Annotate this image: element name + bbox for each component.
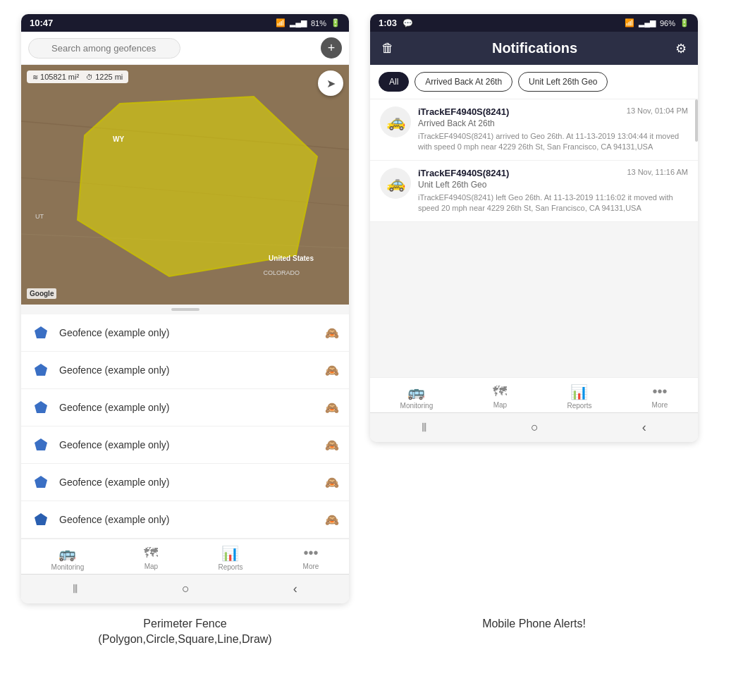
search-wrapper: 🔍	[28, 38, 315, 59]
delete-icon[interactable]: 🗑	[381, 41, 394, 56]
nav-monitoring-right[interactable]: 🚌 Monitoring	[400, 383, 434, 410]
filter-tabs: All Arrived Back At 26th Unit Left 26th …	[370, 65, 698, 99]
android-nav-left: ⦀ ○ ‹	[21, 574, 349, 603]
page-title: Notifications	[492, 40, 577, 56]
car-avatar: 🚕	[380, 106, 411, 137]
nav-more-label-right: More	[652, 401, 668, 409]
time-left: 10:47	[30, 18, 53, 28]
device-name: iTrackEF4940S(8241)	[418, 168, 509, 178]
reports-icon-right: 📊	[570, 383, 588, 400]
map-area: ≋ 105821 mi² ⏱ 1225 mi ➤ WY UT United St…	[21, 65, 349, 305]
list-item[interactable]: Geofence (example only) 🙈	[21, 352, 349, 389]
nav-reports-right[interactable]: 📊 Reports	[567, 383, 591, 410]
nav-more-right[interactable]: ••• More	[652, 383, 668, 410]
android-back-btn-right[interactable]: ‹	[642, 420, 646, 435]
notification-item[interactable]: 🚕 iTrackEF4940S(8241) 13 Nov, 11:16 AM U…	[370, 161, 698, 222]
signal-icon: ▂▄▆	[290, 18, 307, 27]
caption-left: Perimeter Fence(Polygon,Circle,Square,Li…	[21, 610, 349, 651]
notification-row1: iTrackEF4940S(8241) 13 Nov, 01:04 PM	[418, 106, 688, 117]
filter-tab-left[interactable]: Unit Left 26th Geo	[518, 72, 608, 92]
nav-reports[interactable]: 📊 Reports	[218, 545, 242, 571]
wifi-icon: 📶	[276, 18, 285, 27]
list-item[interactable]: Geofence (example only) 🙈	[21, 501, 349, 539]
battery-left: 81%	[311, 19, 326, 27]
add-geofence-button[interactable]: +	[321, 37, 342, 59]
search-input[interactable]	[28, 38, 180, 59]
filter-tab-all[interactable]: All	[379, 72, 409, 92]
svg-marker-10	[35, 513, 47, 525]
chat-icon: 💬	[403, 18, 413, 28]
nav-reports-label: Reports	[218, 563, 242, 571]
caption-right-text: Mobile Phone Alerts!	[370, 610, 698, 634]
status-bar-right: 1:03 💬 📶 ▂▄▆ 96% 🔋	[370, 14, 698, 32]
geofence-name: Geofence (example only)	[59, 364, 317, 376]
filter-tab-arrived[interactable]: Arrived Back At 26th	[415, 72, 512, 92]
map-label-us: United States	[269, 254, 314, 262]
visibility-icon[interactable]: 🙈	[325, 438, 339, 452]
nav-map-label-right: Map	[493, 401, 507, 409]
more-icon-right: •••	[652, 383, 667, 400]
car-avatar: 🚕	[380, 168, 411, 199]
google-logo: Google	[27, 288, 56, 299]
map-dist-stat: ⏱ 1225 mi	[86, 73, 123, 81]
geofence-shape-icon	[31, 435, 51, 455]
list-item[interactable]: Geofence (example only) 🙈	[21, 426, 349, 464]
geofence-name: Geofence (example only)	[59, 327, 317, 338]
monitoring-icon-right: 🚌	[407, 383, 425, 400]
notification-list-wrapper: 🚕 iTrackEF4940S(8241) 13 Nov, 01:04 PM A…	[370, 99, 698, 377]
geofence-shape-icon	[31, 360, 51, 380]
captions-row: Perimeter Fence(Polygon,Circle,Square,Li…	[0, 610, 743, 651]
monitoring-icon: 🚌	[59, 545, 76, 562]
visibility-icon[interactable]: 🙈	[325, 326, 339, 340]
list-item[interactable]: Geofence (example only) 🙈	[21, 464, 349, 501]
android-back-btn[interactable]: ‹	[293, 582, 297, 596]
list-item[interactable]: Geofence (example only) 🙈	[21, 314, 349, 352]
android-menu-btn-right[interactable]: ⦀	[422, 420, 427, 435]
nav-reports-label-right: Reports	[567, 402, 591, 410]
list-item[interactable]: Geofence (example only) 🙈	[21, 389, 349, 426]
battery-icon-right: 🔋	[680, 18, 689, 27]
android-menu-btn[interactable]: ⦀	[73, 582, 78, 596]
map-compass-button[interactable]: ➤	[318, 70, 343, 96]
geofence-name: Geofence (example only)	[59, 477, 317, 488]
svg-marker-5	[35, 326, 47, 338]
map-label-wy: WY	[113, 135, 124, 143]
nav-monitoring-label-right: Monitoring	[400, 402, 434, 410]
android-home-btn[interactable]: ○	[182, 582, 190, 596]
svg-marker-7	[35, 401, 47, 413]
svg-marker-6	[35, 364, 47, 376]
geofence-polygon	[21, 65, 349, 305]
notification-item[interactable]: 🚕 iTrackEF4940S(8241) 13 Nov, 01:04 PM A…	[370, 99, 698, 161]
notification-description: iTrackEF4940S(8241) arrived to Geo 26th.…	[418, 131, 688, 153]
time-right: 1:03	[379, 18, 397, 28]
nav-more[interactable]: ••• More	[303, 545, 319, 571]
nav-map[interactable]: 🗺 Map	[144, 545, 158, 571]
nav-map-right[interactable]: 🗺 Map	[493, 383, 507, 410]
notification-header: 🗑 Notifications ⚙	[370, 32, 698, 65]
android-home-btn-right[interactable]: ○	[531, 420, 539, 435]
visibility-icon[interactable]: 🙈	[325, 364, 339, 377]
map-label-co: COLORADO	[263, 269, 300, 276]
nav-map-label: Map	[145, 563, 158, 570]
geofence-name: Geofence (example only)	[59, 514, 317, 525]
settings-icon[interactable]: ⚙	[675, 41, 687, 56]
map-icon: 🗺	[144, 545, 158, 561]
notification-time: 13 Nov, 01:04 PM	[627, 106, 688, 115]
visibility-icon[interactable]: 🙈	[325, 476, 339, 489]
notification-event: Arrived Back At 26th	[418, 118, 688, 128]
nav-monitoring[interactable]: 🚌 Monitoring	[51, 545, 85, 571]
nav-more-label: More	[303, 563, 319, 570]
bottom-nav-left: 🚌 Monitoring 🗺 Map 📊 Reports ••• More	[21, 539, 349, 574]
map-icon-right: 🗺	[493, 383, 507, 400]
battery-right: 96%	[660, 19, 675, 27]
scroll-thumb[interactable]	[695, 99, 698, 142]
visibility-icon[interactable]: 🙈	[325, 401, 339, 415]
status-icons-right: 📶 ▂▄▆ 96% 🔋	[625, 18, 689, 27]
status-bar-left: 10:47 📶 ▂▄▆ 81% 🔋	[21, 14, 349, 32]
geofence-name: Geofence (example only)	[59, 402, 317, 413]
wifi-icon-right: 📶	[625, 18, 634, 27]
device-name: iTrackEF4940S(8241)	[418, 106, 509, 117]
scroll-indicator	[21, 305, 349, 314]
visibility-icon[interactable]: 🙈	[325, 513, 339, 527]
caption-left-text: Perimeter Fence(Polygon,Circle,Square,Li…	[21, 610, 349, 651]
